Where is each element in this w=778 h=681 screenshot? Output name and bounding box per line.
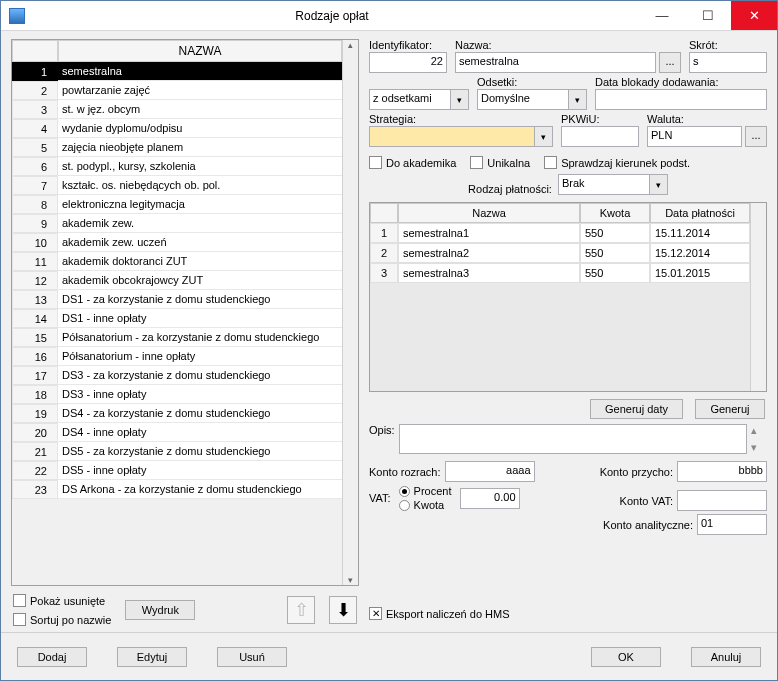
footer: Dodaj Edytuj Usuń OK Anuluj bbox=[1, 632, 777, 680]
maximize-button[interactable]: ☐ bbox=[685, 1, 731, 30]
list-row-num: 3 bbox=[12, 100, 58, 119]
add-button[interactable]: Dodaj bbox=[17, 647, 87, 667]
list-row-name: Półsanatorium - za korzystanie z domu st… bbox=[58, 328, 342, 347]
list-row-name: DS4 - inne opłaty bbox=[58, 423, 342, 442]
do-akademika-checkbox[interactable]: Do akademika bbox=[369, 156, 456, 169]
grid-row[interactable]: 3semestralna355015.01.2015 bbox=[370, 263, 750, 283]
unikalna-checkbox[interactable]: Unikalna bbox=[470, 156, 530, 169]
sprawdzaj-kierunek-checkbox[interactable]: Sprawdzaj kierunek podst. bbox=[544, 156, 690, 169]
list-row-name: akademik obcokrajowcy ZUT bbox=[58, 271, 342, 290]
list-row-name: DS Arkona - za korzystanie z domu studen… bbox=[58, 480, 342, 499]
list-row[interactable]: 6st. podypl., kursy, szkolenia bbox=[12, 157, 342, 176]
list-row[interactable]: 1semestralna bbox=[12, 62, 342, 81]
pkwiu-field[interactable] bbox=[561, 126, 639, 147]
list-row[interactable]: 10akademik zew. uczeń bbox=[12, 233, 342, 252]
sort-by-name-checkbox[interactable]: Sortuj po nazwie bbox=[13, 613, 111, 626]
opis-scrollbar[interactable]: ▴▾ bbox=[751, 424, 767, 454]
list-row-name: st. podypl., kursy, szkolenia bbox=[58, 157, 342, 176]
export-hms-checkbox[interactable]: ✕Eksport naliczeń do HMS bbox=[369, 601, 767, 626]
rodzaj-label: Rodzaj płatności: bbox=[468, 183, 552, 195]
chevron-down-icon: ▾ bbox=[535, 126, 553, 147]
names-list[interactable]: NAZWA 1semestralna2powtarzanie zajęć3st.… bbox=[11, 39, 359, 586]
konto-przycho-field[interactable]: bbbb bbox=[677, 461, 767, 482]
close-button[interactable]: ✕ bbox=[731, 1, 777, 30]
list-row[interactable]: 5zajęcia nieobjęte planem bbox=[12, 138, 342, 157]
titlebar: Rodzaje opłat — ☐ ✕ bbox=[1, 1, 777, 31]
list-row[interactable]: 2powtarzanie zajęć bbox=[12, 81, 342, 100]
generate-button[interactable]: Generuj bbox=[695, 399, 765, 419]
rodzaj-combo[interactable]: Brak ▾ bbox=[558, 174, 668, 195]
list-row-name: wydanie dyplomu/odpisu bbox=[58, 119, 342, 138]
list-row[interactable]: 16Półsanatorium - inne opłaty bbox=[12, 347, 342, 366]
konto-rozrach-field[interactable]: aaaa bbox=[445, 461, 535, 482]
list-row-num: 19 bbox=[12, 404, 58, 423]
list-row-name: DS4 - za korzystanie z domu studenckiego bbox=[58, 404, 342, 423]
name-field[interactable]: semestralna bbox=[455, 52, 656, 73]
list-row-name: zajęcia nieobjęte planem bbox=[58, 138, 342, 157]
ok-button[interactable]: OK bbox=[591, 647, 661, 667]
list-row[interactable]: 7kształc. os. niebędących ob. pol. bbox=[12, 176, 342, 195]
list-row-num: 2 bbox=[12, 81, 58, 100]
list-row[interactable]: 4wydanie dyplomu/odpisu bbox=[12, 119, 342, 138]
short-label: Skrót: bbox=[689, 39, 767, 51]
list-row[interactable]: 20DS4 - inne opłaty bbox=[12, 423, 342, 442]
strategia-combo[interactable]: ▾ bbox=[369, 126, 553, 147]
vat-label: VAT: bbox=[369, 492, 391, 504]
waluta-field[interactable]: PLN bbox=[647, 126, 742, 147]
opis-field[interactable] bbox=[399, 424, 747, 454]
list-row[interactable]: 9akademik zew. bbox=[12, 214, 342, 233]
block-date-field[interactable] bbox=[595, 89, 767, 110]
waluta-browse-button[interactable]: ... bbox=[745, 126, 767, 147]
vat-percent-radio[interactable]: Procent bbox=[399, 485, 452, 497]
interest-type-combo[interactable]: Domyślne ▾ bbox=[477, 89, 587, 110]
grid-scrollbar[interactable] bbox=[750, 203, 766, 391]
list-row[interactable]: 23DS Arkona - za korzystanie z domu stud… bbox=[12, 480, 342, 499]
edit-button[interactable]: Edytuj bbox=[117, 647, 187, 667]
list-row[interactable]: 18DS3 - inne opłaty bbox=[12, 385, 342, 404]
list-row-num: 6 bbox=[12, 157, 58, 176]
name-browse-button[interactable]: ... bbox=[659, 52, 681, 73]
list-row[interactable]: 8elektroniczna legitymacja bbox=[12, 195, 342, 214]
list-row[interactable]: 21DS5 - za korzystanie z domu studenckie… bbox=[12, 442, 342, 461]
list-row[interactable]: 19DS4 - za korzystanie z domu studenckie… bbox=[12, 404, 342, 423]
list-row-num: 9 bbox=[12, 214, 58, 233]
print-button[interactable]: Wydruk bbox=[125, 600, 195, 620]
list-row-name: akademik zew. uczeń bbox=[58, 233, 342, 252]
konto-anal-field[interactable]: 01 bbox=[697, 514, 767, 535]
list-row-num: 23 bbox=[12, 480, 58, 499]
list-row[interactable]: 11akademik doktoranci ZUT bbox=[12, 252, 342, 271]
grid-row[interactable]: 2semestralna255015.12.2014 bbox=[370, 243, 750, 263]
list-scrollbar[interactable] bbox=[342, 40, 358, 585]
list-row-num: 7 bbox=[12, 176, 58, 195]
list-row[interactable]: 22DS5 - inne opłaty bbox=[12, 461, 342, 480]
move-down-button[interactable]: ⬇ bbox=[329, 596, 357, 624]
generate-dates-button[interactable]: Generuj daty bbox=[590, 399, 683, 419]
grid-row[interactable]: 1semestralna155015.11.2014 bbox=[370, 223, 750, 243]
minimize-button[interactable]: — bbox=[639, 1, 685, 30]
list-row[interactable]: 15Półsanatorium - za korzystanie z domu … bbox=[12, 328, 342, 347]
list-row[interactable]: 12akademik obcokrajowcy ZUT bbox=[12, 271, 342, 290]
payments-grid[interactable]: Nazwa Kwota Data płatności 1semestralna1… bbox=[369, 202, 767, 392]
short-field[interactable]: s bbox=[689, 52, 767, 73]
vat-value-field[interactable]: 0.00 bbox=[460, 488, 520, 509]
ident-label: Identyfikator: bbox=[369, 39, 447, 51]
delete-button[interactable]: Usuń bbox=[217, 647, 287, 667]
list-row[interactable]: 3st. w jęz. obcym bbox=[12, 100, 342, 119]
move-up-button[interactable]: ⇧ bbox=[287, 596, 315, 624]
konto-vat-field[interactable] bbox=[677, 490, 767, 511]
list-row-num: 18 bbox=[12, 385, 58, 404]
interest-mode-combo[interactable]: z odsetkami ▾ bbox=[369, 89, 469, 110]
show-deleted-checkbox[interactable]: Pokaż usunięte bbox=[13, 594, 111, 607]
list-row[interactable]: 17DS3 - za korzystanie z domu studenckie… bbox=[12, 366, 342, 385]
chevron-down-icon: ▾ bbox=[650, 174, 668, 195]
odsetki-label: Odsetki: bbox=[477, 76, 587, 88]
list-row-num: 1 bbox=[12, 62, 58, 81]
list-row[interactable]: 13DS1 - za korzystanie z domu studenckie… bbox=[12, 290, 342, 309]
grid-header-num bbox=[370, 203, 398, 223]
list-row-name: kształc. os. niebędących ob. pol. bbox=[58, 176, 342, 195]
grid-header-amount: Kwota bbox=[580, 203, 650, 223]
ident-field[interactable]: 22 bbox=[369, 52, 447, 73]
cancel-button[interactable]: Anuluj bbox=[691, 647, 761, 667]
vat-kwota-radio[interactable]: Kwota bbox=[399, 499, 452, 511]
list-row[interactable]: 14DS1 - inne opłaty bbox=[12, 309, 342, 328]
